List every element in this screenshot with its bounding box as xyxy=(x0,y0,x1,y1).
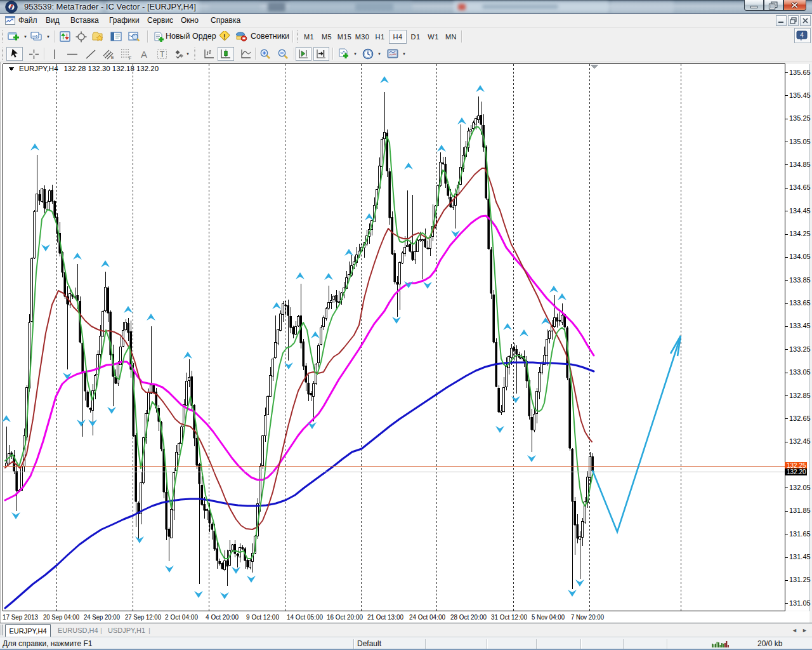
svg-text:131.45: 131.45 xyxy=(789,553,811,560)
svg-text:133.25: 133.25 xyxy=(789,345,811,353)
svg-text:135.25: 135.25 xyxy=(789,114,811,122)
svg-text:24 Sep 20:00: 24 Sep 20:00 xyxy=(84,613,120,621)
svg-text:132.65: 132.65 xyxy=(789,415,811,422)
svg-text:131.85: 131.85 xyxy=(789,507,811,514)
svg-text:24 Oct 04:00: 24 Oct 04:00 xyxy=(409,613,445,621)
svg-text:135.45: 135.45 xyxy=(789,91,811,99)
svg-text:27 Sep 12:00: 27 Sep 12:00 xyxy=(125,613,161,621)
svg-text:17 Sep 2013: 17 Sep 2013 xyxy=(3,613,38,621)
svg-text:7 Nov 20:00: 7 Nov 20:00 xyxy=(571,613,604,621)
svg-text:135.65: 135.65 xyxy=(789,69,811,76)
svg-text:134.85: 134.85 xyxy=(789,161,811,168)
svg-text:28 Oct 20:00: 28 Oct 20:00 xyxy=(450,613,487,621)
svg-text:132.45: 132.45 xyxy=(789,437,811,445)
svg-text:132.05: 132.05 xyxy=(789,484,811,491)
svg-text:!: ! xyxy=(223,32,226,40)
svg-text:132.20: 132.20 xyxy=(787,468,806,475)
svg-text:5 Nov 04:00: 5 Nov 04:00 xyxy=(532,613,565,621)
svg-text:131.25: 131.25 xyxy=(789,576,811,583)
svg-text:134.05: 134.05 xyxy=(789,253,811,260)
svg-text:T: T xyxy=(159,50,164,59)
svg-text:F: F xyxy=(129,56,131,60)
svg-text:4: 4 xyxy=(800,31,804,38)
svg-text:21 Oct 13:00: 21 Oct 13:00 xyxy=(367,613,403,621)
svg-text:132.85: 132.85 xyxy=(789,392,811,399)
svg-text:A: A xyxy=(141,49,147,60)
svg-text:134.45: 134.45 xyxy=(789,207,811,215)
svg-text:133.65: 133.65 xyxy=(789,299,811,307)
svg-text:133.05: 133.05 xyxy=(789,368,811,376)
svg-text:135.05: 135.05 xyxy=(789,138,811,145)
svg-text:E: E xyxy=(111,55,114,60)
svg-text:134.25: 134.25 xyxy=(789,230,811,237)
svg-text:4 Oct 20:00: 4 Oct 20:00 xyxy=(206,613,239,621)
svg-text:9 Oct 12:00: 9 Oct 12:00 xyxy=(246,613,279,621)
svg-text:132.25: 132.25 xyxy=(787,462,806,469)
svg-text:133.85: 133.85 xyxy=(789,276,811,284)
svg-text:16 Oct 20:00: 16 Oct 20:00 xyxy=(327,613,363,621)
svg-text:20 Sep 04:00: 20 Sep 04:00 xyxy=(43,613,79,621)
svg-text:134.65: 134.65 xyxy=(789,183,811,191)
svg-text:EURJPY,H4 132.28 132.30 132.1: EURJPY,H4 132.28 132.30 132.18 132.20 xyxy=(19,65,159,72)
svg-text:131.05: 131.05 xyxy=(789,599,811,607)
svg-text:133.45: 133.45 xyxy=(789,322,811,329)
svg-text:31 Oct 12:00: 31 Oct 12:00 xyxy=(491,613,527,621)
svg-text:2 Oct 04:00: 2 Oct 04:00 xyxy=(165,613,198,621)
svg-text:131.65: 131.65 xyxy=(789,530,811,538)
svg-text:14 Oct 05:00: 14 Oct 05:00 xyxy=(287,613,323,621)
